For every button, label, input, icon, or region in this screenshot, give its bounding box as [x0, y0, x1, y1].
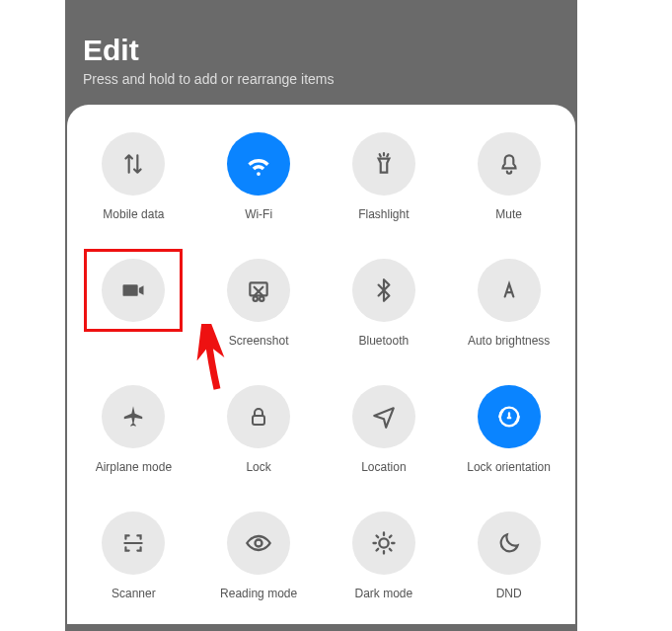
tile-mobile-data[interactable]: Mobile data [75, 132, 192, 221]
tile-label: Scanner [112, 587, 156, 600]
tile-label: DND [496, 587, 522, 600]
svg-rect-3 [253, 416, 264, 425]
tile-dnd[interactable]: DND [450, 512, 567, 600]
tile-lock-orientation[interactable]: Lock orientation [450, 385, 567, 474]
svg-point-6 [379, 538, 388, 547]
tiles-grid: Mobile data Wi-Fi Flashlight Mute [75, 132, 567, 600]
lock-icon [227, 385, 290, 448]
auto-brightness-icon [478, 259, 541, 322]
scanner-icon [102, 512, 165, 575]
lock-orientation-icon [478, 385, 541, 448]
location-icon [352, 385, 415, 448]
scissors-icon [227, 259, 290, 322]
tile-label: Mobile data [103, 207, 164, 221]
tile-label: Mute [495, 207, 522, 221]
wifi-icon [227, 132, 290, 196]
tile-screen-record[interactable] [75, 259, 192, 348]
quick-settings-edit-screen: Edit Press and hold to add or rearrange … [65, 0, 577, 631]
tile-auto-brightness[interactable]: Auto brightness [450, 259, 567, 348]
svg-point-2 [260, 297, 263, 301]
tile-location[interactable]: Location [326, 385, 443, 474]
tile-label: Location [361, 460, 406, 474]
tile-label: Wi-Fi [245, 207, 272, 221]
svg-rect-0 [250, 282, 266, 295]
tile-reading-mode[interactable]: Reading mode [200, 512, 318, 600]
tile-lock[interactable]: Lock [200, 385, 318, 474]
tile-wifi[interactable]: Wi-Fi [200, 132, 318, 221]
airplane-icon [102, 385, 165, 448]
tile-label: Reading mode [220, 587, 297, 600]
tile-dark-mode[interactable]: Dark mode [326, 512, 443, 600]
header: Edit Press and hold to add or rearrange … [65, 0, 577, 105]
bell-icon [478, 132, 541, 196]
tile-flashlight[interactable]: Flashlight [326, 132, 443, 221]
tile-screenshot[interactable]: Screenshot [200, 259, 318, 348]
bluetooth-icon [352, 259, 415, 322]
tile-scanner[interactable]: Scanner [75, 512, 192, 600]
tile-mute[interactable]: Mute [450, 132, 567, 221]
page-title: Edit [83, 34, 560, 67]
tile-label: Dark mode [355, 587, 413, 600]
page-subtitle: Press and hold to add or rearrange items [83, 71, 560, 87]
dark-mode-icon [352, 512, 415, 575]
moon-icon [478, 512, 541, 575]
tile-label: Lock orientation [467, 460, 551, 474]
svg-point-1 [254, 297, 258, 301]
tile-bluetooth[interactable]: Bluetooth [326, 259, 443, 348]
tile-airplane-mode[interactable]: Airplane mode [75, 385, 192, 474]
video-camera-icon [102, 259, 165, 322]
mobile-data-icon [102, 132, 165, 196]
tile-label: Lock [246, 460, 270, 474]
tiles-panel: Mobile data Wi-Fi Flashlight Mute [67, 105, 575, 624]
tile-label: Airplane mode [96, 460, 172, 474]
tile-label: Bluetooth [359, 334, 410, 348]
tile-label: Flashlight [358, 207, 409, 221]
eye-icon [227, 512, 290, 575]
flashlight-icon [352, 132, 415, 196]
svg-point-5 [256, 540, 262, 547]
tile-label: Auto brightness [468, 334, 550, 348]
tile-label: Screenshot [229, 334, 289, 348]
